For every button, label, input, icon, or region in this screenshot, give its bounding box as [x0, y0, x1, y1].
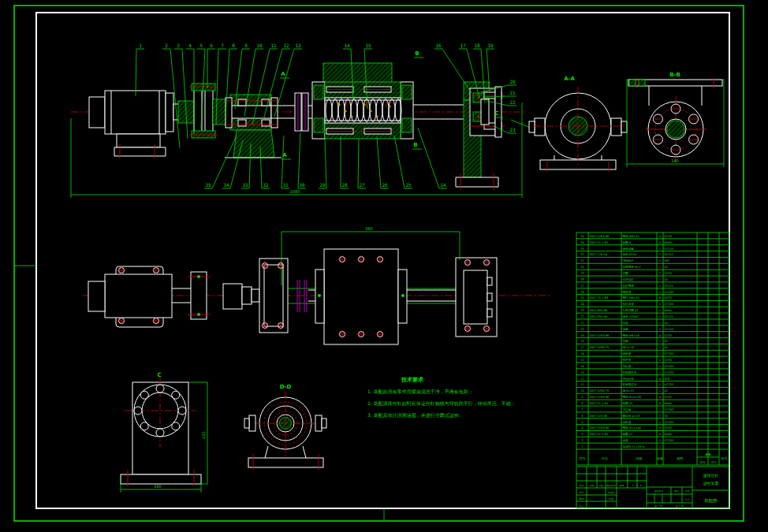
callout-label: 15 — [365, 43, 371, 48]
bom-cell-no: 11 — [580, 383, 584, 386]
cad-sheet: A-A B-B — [0, 0, 768, 532]
bom-cell-no: 21 — [580, 322, 584, 325]
bom-cell-name: 丝杠螺母 — [623, 284, 635, 288]
callout-label: 11 — [270, 43, 277, 48]
flange-bolt-hole — [134, 407, 142, 415]
bom-cell-code: GB/T 1096-79 — [590, 389, 610, 392]
bom-cell-name: 圆柱销 4×18 — [623, 414, 641, 418]
title-block-text: 处数 — [589, 484, 595, 487]
bom-cell-material: HT200 — [665, 383, 674, 386]
bom-cell-no: 15 — [580, 359, 584, 362]
callout-label: 27 — [359, 182, 365, 188]
flange-bolt-hole — [140, 422, 148, 430]
bom-cell-name: 压盖 — [623, 339, 629, 343]
bom-cell-no: 24 — [580, 303, 584, 306]
bom-cell-material: GCr15 — [665, 285, 673, 288]
callout-leader — [358, 139, 359, 188]
bom-cell-name: 轴承座 — [622, 352, 632, 355]
bom-cell-name: 垫圈 12 — [622, 433, 633, 436]
bom-cell-material: HT150 — [665, 247, 674, 251]
view-label-bb: B-B — [669, 72, 680, 78]
bom-cell-qty: 4 — [659, 396, 662, 399]
bom-cell-name: 电动机 Y112M-4 — [623, 445, 645, 448]
bom-cell-no: 23 — [580, 309, 584, 312]
bom-header: 代号 — [601, 456, 608, 460]
bom-cell-qty: 4 — [659, 433, 662, 436]
bom-cell-material: Q235 — [665, 334, 673, 337]
callout-label: 14 — [344, 43, 350, 48]
bom-cell-no: 29 — [580, 272, 584, 275]
bom-cell-no: 4 — [581, 426, 583, 430]
section-mark: A — [282, 152, 287, 158]
bom-cell-code: GB/T 5783-86 — [590, 426, 610, 430]
bom-cell-no: 13 — [580, 371, 584, 374]
title-block-text: 标记 — [579, 484, 584, 487]
bom-cell-no: 3 — [581, 433, 583, 436]
screw-ball — [337, 103, 340, 106]
bom-cell-code: GB/T 276-94 — [590, 253, 608, 256]
bom-cell-name: 滚珠丝杠 — [623, 277, 635, 281]
callout-leader — [281, 136, 284, 188]
bom-cell-code: GB/T 5783-86 — [590, 396, 610, 399]
title-block-text: 装配图 — [704, 498, 718, 504]
title-block-text: 第 1 张 — [676, 504, 684, 508]
bom-cell-qty: 1 — [659, 359, 661, 362]
note-line: 2. 装配滚珠丝杠副时应保证丝杠轴线与导轨面平行，转动灵活、平稳； — [367, 400, 516, 407]
bom-cell-name: 螺栓 M6×16 — [623, 333, 640, 337]
bom-cell-code: GB/T 70.1-86 — [590, 296, 609, 299]
bom-cell-material: 45 — [665, 266, 669, 269]
bom-cell-no: 17 — [580, 346, 584, 349]
title-block-text: 工艺 — [580, 504, 584, 508]
bom-cell-material: HT200 — [665, 439, 674, 442]
bom-cell-qty: 1 — [659, 421, 661, 424]
bom-cell-no: 19 — [580, 334, 584, 337]
callout-label: 26 — [382, 182, 388, 188]
title-block-text: 滚珠丝杠 — [703, 473, 719, 478]
callout-label: 17 — [460, 43, 466, 48]
bom-cell-code: GB/T 97.1-85 — [590, 433, 609, 436]
callout-label: 13 — [295, 43, 301, 48]
section-mark: A — [281, 71, 285, 77]
callout-label: 28 — [341, 182, 348, 188]
title-block-text: 签名 — [620, 484, 624, 487]
bom-cell-qty: 1 — [659, 383, 661, 386]
bom-cell-name: 联轴器右半 — [623, 370, 637, 374]
bom-cell-name: 螺栓 M10×30 — [623, 395, 642, 399]
bom-cell-qty: 1 — [659, 322, 661, 325]
bom-cell-qty: 1 — [659, 346, 661, 349]
bom-cell-material: 45 — [665, 278, 669, 281]
bom-cell-qty: 2 — [659, 272, 661, 275]
bom-cell-name: 螺母座 — [623, 290, 632, 294]
bom-cell-name: 电机座 — [623, 420, 632, 424]
callout-label: 16 — [435, 43, 442, 48]
flange-bolt-hole — [156, 385, 164, 392]
flange-bolt-hole — [156, 429, 164, 437]
callout-label: 30 — [299, 182, 305, 188]
bom-cell-material: 尼龙 — [665, 377, 671, 381]
bom-cell-no: 14 — [580, 365, 584, 368]
title-block-text: 标准化 — [607, 491, 615, 494]
bom-cell-qty: 4 — [659, 235, 662, 238]
bom-cell-no: 9 — [581, 396, 583, 399]
bom-cell-no: 5 — [581, 421, 583, 424]
callout-label: 22 — [509, 99, 516, 105]
bom-header: 序号 — [580, 456, 586, 460]
view-label-aa: A-A — [564, 76, 575, 82]
title-block-text: 进给装置 — [703, 481, 719, 486]
callout-label: 24 — [440, 182, 446, 188]
bom-cell-name: 键 6×25 — [622, 389, 635, 392]
bom-cell-no: 10 — [580, 389, 584, 392]
screw-ball — [363, 103, 365, 106]
bom-header: 材料 — [677, 456, 684, 461]
bom-cell-material: HT200 — [665, 421, 674, 424]
view-dd: D-D — [244, 384, 326, 470]
bom-cell-no: 18 — [580, 340, 584, 343]
bom-cell-material: Q235 — [665, 359, 673, 362]
title-block-text: 更改文件号 — [606, 484, 617, 487]
bom-cell-no: 2 — [581, 439, 583, 442]
callout-label: 1 — [139, 43, 142, 48]
callout-label: 32 — [263, 182, 269, 188]
bom-cell-name: 螺栓 M12×40 — [623, 426, 642, 430]
bom-cell-no: 31 — [580, 259, 584, 262]
bom-header: 单件 — [699, 461, 706, 464]
